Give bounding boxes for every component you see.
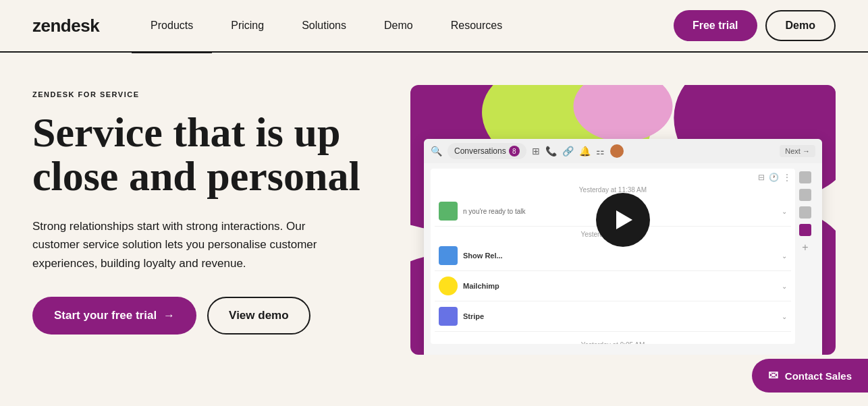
free-trial-button[interactable]: Free trial	[674, 10, 757, 41]
bell-icon: 🔔	[579, 146, 591, 156]
hero-video-area: 🔍 Conversations 8 ⊞ 📞 🔗 🔔 ⚏ Next → ⊟	[410, 85, 836, 355]
nav-actions: Free trial Demo	[674, 10, 836, 41]
sidebar-calendar-icon	[799, 189, 811, 201]
chevron-down-icon-2: ⌄	[782, 252, 787, 260]
nav-item-pricing[interactable]: Pricing	[212, 0, 283, 52]
list-avatar-1	[439, 202, 458, 221]
start-trial-button[interactable]: Start your free trial →	[32, 297, 196, 335]
link-icon: 🔗	[562, 146, 574, 156]
envelope-icon: ✉	[768, 368, 778, 383]
nav-item-solutions[interactable]: Solutions	[283, 0, 365, 52]
nav-links: Products Pricing Solutions Demo Resource…	[132, 0, 674, 52]
hero-buttons: Start your free trial → View demo	[32, 297, 383, 335]
hero-section: ZENDESK FOR SERVICE Service that is up c…	[0, 53, 868, 406]
nav-item-resources[interactable]: Resources	[432, 0, 521, 52]
navbar: zendesk Products Pricing Solutions Demo …	[0, 0, 868, 53]
sidebar-add-icon[interactable]: +	[799, 241, 811, 254]
nav-item-demo[interactable]: Demo	[365, 0, 432, 52]
ui-card-header: 🔍 Conversations 8 ⊞ 📞 🔗 🔔 ⚏ Next →	[424, 139, 822, 163]
mailchimp-icon	[439, 277, 458, 295]
next-button[interactable]: Next →	[780, 145, 815, 157]
conversations-badge: 8	[509, 146, 520, 156]
hero-label: ZENDESK FOR SERVICE	[32, 90, 383, 98]
hero-description: Strong relationships start with strong i…	[32, 217, 329, 272]
sidebar-grid-icon[interactable]	[799, 224, 811, 236]
chevron-down-icon: ⌄	[782, 208, 787, 215]
apps-icon: ⚏	[596, 146, 605, 156]
contact-sales-button[interactable]: ✉ Contact Sales	[752, 359, 868, 393]
sidebar-right-icons: +	[799, 169, 815, 344]
stripe-label: Stripe	[463, 312, 776, 320]
nav-item-products[interactable]: Products	[132, 0, 212, 52]
sidebar-link-icon	[799, 206, 811, 219]
list-item-2[interactable]: Show Rel... ⌄	[435, 241, 791, 271]
conversations-label: Conversations	[454, 146, 506, 156]
demo-button[interactable]: Demo	[765, 10, 836, 41]
phone-icon: 📞	[545, 146, 557, 156]
list-header: ⊟ 🕐 ⋮	[435, 173, 791, 182]
view-demo-button[interactable]: View demo	[207, 297, 310, 335]
chevron-down-icon-3: ⌄	[782, 283, 787, 290]
ui-preview-card: 🔍 Conversations 8 ⊞ 📞 🔗 🔔 ⚏ Next → ⊟	[424, 139, 822, 355]
mailchimp-label: Mailchimp	[463, 282, 776, 290]
arrow-icon: →	[163, 309, 175, 322]
list-time-1: Yesterday at 11:38 AM	[435, 186, 791, 194]
sidebar-user-icon	[799, 171, 811, 183]
list-text-2: Show Rel...	[463, 252, 776, 260]
play-icon	[616, 210, 632, 229]
hero-left: ZENDESK FOR SERVICE Service that is up c…	[32, 85, 383, 335]
search-icon: 🔍	[431, 146, 442, 156]
list-item-stripe[interactable]: Stripe ⌄	[435, 301, 791, 332]
stripe-icon	[439, 307, 458, 326]
hero-title: Service that is up close and personal	[32, 111, 383, 198]
chevron-down-icon-4: ⌄	[782, 313, 787, 320]
avatar	[610, 144, 624, 158]
list-avatar-2	[439, 246, 458, 265]
clock-icon: 🕐	[769, 173, 779, 182]
play-button[interactable]	[596, 193, 650, 247]
grid-icon: ⊞	[532, 146, 540, 156]
list-item-mailchimp[interactable]: Mailchimp ⌄	[435, 271, 791, 301]
filter-icon: ⊟	[758, 173, 765, 182]
more-icon: ⋮	[783, 173, 791, 182]
logo[interactable]: zendesk	[32, 16, 99, 36]
footer-time: Yesterday at 9:05 AM	[439, 341, 787, 344]
conversations-pill: Conversations 8	[447, 143, 526, 159]
